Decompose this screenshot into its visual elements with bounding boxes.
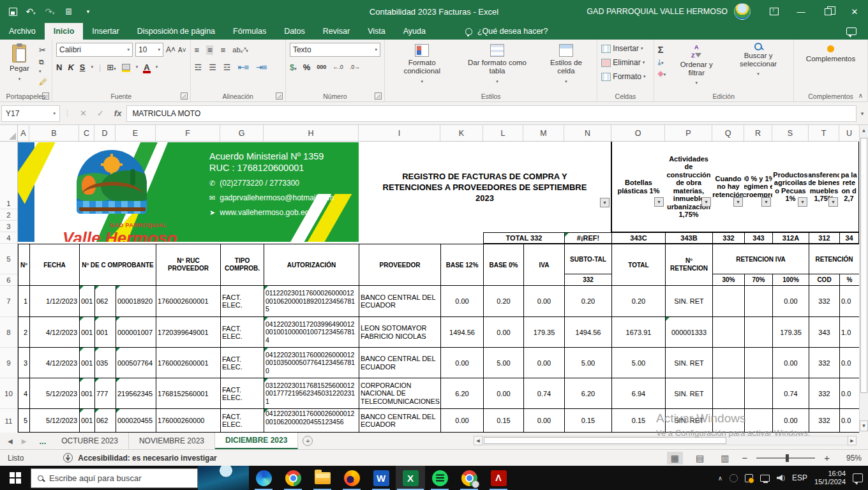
account-avatar[interactable] <box>734 3 751 20</box>
cell-code-R[interactable]: 343 <box>744 232 773 244</box>
cell-proveedor[interactable]: BANCO CENTRAL DEL ECUADOR <box>359 409 441 433</box>
th-n[interactable]: Nº <box>19 244 30 286</box>
tray-expand-icon[interactable]: ∧ <box>718 475 722 482</box>
undo-icon[interactable]: ↶▾ <box>25 6 36 17</box>
col-R[interactable]: R <box>744 125 772 141</box>
tab-ayuda[interactable]: Ayuda <box>394 23 435 40</box>
cell-base0[interactable]: 0.20 <box>484 286 524 317</box>
font-size-combo[interactable]: 10▾ <box>135 43 163 57</box>
align-right-icon[interactable]: ☲ <box>223 63 230 72</box>
th-tipo[interactable]: TIPO COMPROB. <box>221 244 264 286</box>
cell-autorizacion[interactable]: 0312202301176815256000120017772195623450… <box>264 378 359 409</box>
network-icon[interactable] <box>760 475 770 482</box>
filter-dropdown-icon[interactable]: ▼ <box>733 197 743 207</box>
taskbar-firefox[interactable] <box>337 466 366 490</box>
cell-r30[interactable] <box>713 286 745 317</box>
horizontal-scroll-thumb[interactable] <box>484 437 726 444</box>
cell-autorizacion[interactable]: 0412202301172039964900120010010000010071… <box>264 317 359 348</box>
th-retencion-iva[interactable]: RETENCION IVA <box>713 244 809 274</box>
row-2[interactable]: 2 <box>0 209 17 221</box>
cell-pct[interactable]: 0.0 <box>840 409 859 433</box>
sheet-tab-octubre[interactable]: OCTUBRE 2023 <box>51 433 129 449</box>
tab-datos[interactable]: Datos <box>275 23 314 40</box>
align-top-icon[interactable]: ≡ <box>195 45 199 55</box>
new-sheet-button[interactable]: + <box>298 433 317 449</box>
col-S[interactable]: S <box>772 125 809 141</box>
cell-c1[interactable]: 001 <box>80 348 95 378</box>
cell-c1[interactable]: 001 <box>80 378 95 409</box>
cell-styles-button[interactable]: Estilos de celda▾ <box>539 43 593 90</box>
orientation-icon[interactable]: ab⤢▾ <box>232 46 248 54</box>
vertical-scroll-thumb[interactable] <box>860 138 867 393</box>
borders-icon[interactable]: ⊞▾ <box>107 63 116 72</box>
cell-pct[interactable]: 1.0 <box>840 317 859 348</box>
align-middle-icon[interactable]: ≡ <box>206 45 213 55</box>
accessibility-status[interactable]: Accesibilidad: es necesario investigar <box>78 454 216 463</box>
taskbar-chrome[interactable] <box>278 466 308 490</box>
tab-revisar[interactable]: Revisar <box>314 23 359 40</box>
tab-archivo[interactable]: Archivo <box>0 23 45 40</box>
tab-formulas[interactable]: Fórmulas <box>224 23 275 40</box>
taskbar-word[interactable]: W <box>366 466 396 490</box>
cell-c3[interactable]: 219562345 <box>116 378 156 409</box>
cell-base12[interactable]: 6.20 <box>441 378 484 409</box>
cell-r100[interactable]: 0.74 <box>773 378 809 409</box>
cancel-icon[interactable]: ✕ <box>80 108 87 118</box>
cell-fecha[interactable]: 4/12/2023 <box>30 348 80 378</box>
cell-c2[interactable]: 777 <box>95 378 116 409</box>
align-left-icon[interactable]: ☲ <box>195 63 202 72</box>
font-color-icon[interactable]: A <box>144 63 149 72</box>
th-fecha[interactable]: FECHA <box>30 244 80 286</box>
filter-dropdown-icon[interactable]: ▼ <box>798 197 807 207</box>
cell-code-T[interactable]: 312 <box>809 232 840 244</box>
cell-total332[interactable]: TOTAL 332 <box>483 232 565 244</box>
th-autorizacion[interactable]: AUTORIZACIÓN <box>264 244 359 286</box>
col-T[interactable]: T <box>809 125 839 141</box>
cell-proveedor[interactable]: CORPORACION NACIONAL DE TELECOMUNICACION… <box>359 378 441 409</box>
cell-ruc[interactable]: 1720399649001 <box>156 317 221 348</box>
cell-subtotal[interactable]: 0.20 <box>565 286 612 317</box>
cell-r70[interactable] <box>745 286 773 317</box>
cell-total[interactable]: 1673.91 <box>612 317 666 348</box>
th-comprobante[interactable]: Nº DE C OMPROBANTE <box>80 244 156 286</box>
filter-dropdown-icon[interactable]: ▼ <box>600 198 610 207</box>
col-G[interactable]: G <box>220 125 264 141</box>
row-6[interactable]: 6 <box>0 274 17 286</box>
zoom-in-icon[interactable]: + <box>824 452 830 463</box>
cell-c3[interactable]: 000020455 <box>116 409 156 433</box>
cell-tipo[interactable]: FACT. ELEC. <box>221 409 264 433</box>
cell-iva[interactable]: 0.74 <box>524 378 565 409</box>
col-K[interactable]: K <box>440 125 483 141</box>
cell-r70[interactable] <box>745 409 773 433</box>
tab-inicio[interactable]: Inicio <box>45 23 84 40</box>
decrease-indent-icon[interactable]: ⇤≡ <box>238 63 248 72</box>
col-O[interactable]: O <box>611 125 665 141</box>
sheet-tab-diciembre[interactable]: DICIEMBRE 2023 <box>215 433 298 449</box>
cell-c2[interactable]: 001 <box>95 317 116 348</box>
clock[interactable]: 16:0415/1/2024 <box>814 470 846 486</box>
cell-autorizacion[interactable]: 0112202301176000260000120010620000189201… <box>264 286 359 317</box>
th-base12[interactable]: BASE 12% <box>441 244 484 286</box>
cell-proveedor[interactable]: LEON SOTOMAYOR FABRICIO NICOLAS <box>359 317 441 348</box>
volume-icon[interactable]: ) <box>777 475 785 481</box>
ret-header-Q[interactable]: Cuando no hay retención▼ <box>712 142 745 232</box>
cell-iva[interactable]: 179.35 <box>524 317 565 348</box>
addins-button[interactable]: Complementos <box>804 43 858 90</box>
ret-header-T[interactable]: Transferencia de bienes muebles 1,75%▼ <box>809 142 840 232</box>
cell-cod[interactable]: 332 <box>809 378 840 409</box>
percent-icon[interactable]: % <box>303 63 311 72</box>
row-4[interactable]: 4 <box>0 232 17 244</box>
scroll-down-icon[interactable]: ▼ <box>860 420 868 431</box>
cell-code-U[interactable]: 34 <box>839 232 859 244</box>
cell-c3[interactable]: 000507764 <box>116 348 156 378</box>
col-B[interactable]: B <box>29 125 79 141</box>
cell-c1[interactable]: 001 <box>80 409 95 433</box>
cell-fecha[interactable]: 5/12/2023 <box>30 409 80 433</box>
cell-r70[interactable] <box>745 348 773 378</box>
zoom-slider-thumb[interactable] <box>786 454 789 462</box>
taskbar-edge[interactable] <box>249 466 278 490</box>
cell-c2[interactable]: 035 <box>95 348 116 378</box>
copy-icon[interactable]: ⧉ ▾ <box>39 58 48 74</box>
cell-autorizacion[interactable]: 0412202301176000260000120010350005077641… <box>264 348 359 378</box>
cell-total[interactable]: 0.15 <box>612 409 666 433</box>
